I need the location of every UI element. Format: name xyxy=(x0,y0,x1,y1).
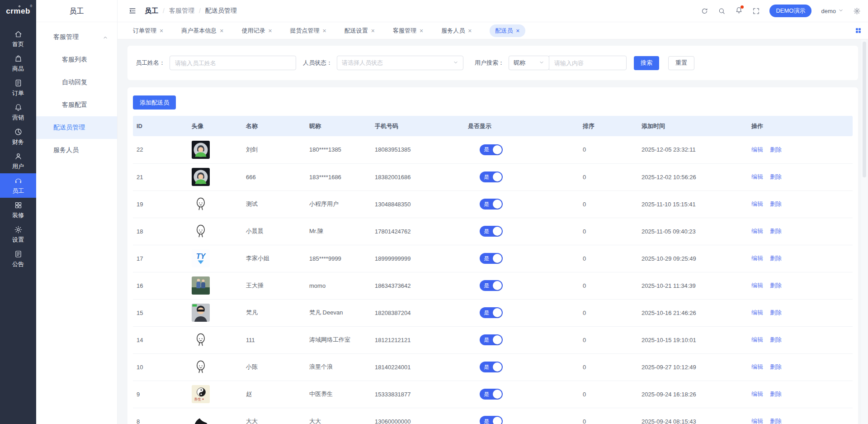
delete-button[interactable]: 删除 xyxy=(770,363,782,370)
edit-button[interactable]: 编辑 xyxy=(751,336,763,343)
breadcrumb-item[interactable]: 员工 xyxy=(145,7,158,15)
search-icon[interactable] xyxy=(718,7,726,15)
user-menu[interactable]: demo xyxy=(821,8,844,14)
submenu-item-service-staff[interactable]: 服务人员 xyxy=(36,139,117,162)
show-toggle[interactable]: 是 xyxy=(480,253,503,264)
avatar xyxy=(192,412,210,424)
edit-button[interactable]: 编辑 xyxy=(751,418,763,424)
fullscreen-icon[interactable] xyxy=(752,7,760,15)
submenu-item-label: 客服列表 xyxy=(62,56,87,64)
close-icon[interactable]: × xyxy=(220,28,223,34)
edit-button[interactable]: 编辑 xyxy=(751,255,763,262)
tab-delivery-staff[interactable]: 配送员× xyxy=(490,24,525,37)
delete-button[interactable]: 删除 xyxy=(770,282,782,289)
sidebar-item-goods[interactable]: 商品 xyxy=(0,51,36,76)
edit-button[interactable]: 编辑 xyxy=(751,146,763,153)
close-icon[interactable]: × xyxy=(268,28,272,34)
edit-button[interactable]: 编辑 xyxy=(751,228,763,234)
show-toggle[interactable]: 是 xyxy=(480,334,503,345)
submenu-item-delivery-staff-manage[interactable]: 配送员管理 xyxy=(36,116,117,139)
close-icon[interactable]: × xyxy=(371,28,375,34)
show-toggle[interactable]: 是 xyxy=(480,416,503,424)
edit-button[interactable]: 编辑 xyxy=(751,282,763,289)
sidebar-item-user[interactable]: 用户 xyxy=(0,149,36,173)
keyword-input[interactable] xyxy=(549,56,627,70)
close-icon[interactable]: × xyxy=(468,28,472,34)
username: demo xyxy=(821,8,836,14)
show-toggle[interactable]: 是 xyxy=(480,280,503,291)
close-icon[interactable]: × xyxy=(160,28,163,34)
sidebar-item-marketing[interactable]: 营销 xyxy=(0,100,36,124)
edit-button[interactable]: 编辑 xyxy=(751,363,763,370)
cell-sort: 0 xyxy=(579,326,638,353)
close-icon[interactable]: × xyxy=(516,28,519,34)
reset-button[interactable]: 重置 xyxy=(668,56,694,70)
show-toggle[interactable]: 是 xyxy=(480,172,503,182)
cell-nickname: 涛域网络工作室 xyxy=(306,326,371,353)
cell-name: 刘剑 xyxy=(242,136,306,163)
close-icon[interactable]: × xyxy=(420,28,423,34)
show-toggle[interactable]: 是 xyxy=(480,362,503,372)
sidebar-item-settings[interactable]: 设置 xyxy=(0,222,36,247)
demo-badge-button[interactable]: DEMO演示 xyxy=(769,5,811,17)
edit-button[interactable]: 编辑 xyxy=(751,200,763,207)
tab-order-manage[interactable]: 订单管理× xyxy=(133,27,163,35)
delete-button[interactable]: 删除 xyxy=(770,255,782,262)
delete-button[interactable]: 删除 xyxy=(770,173,782,180)
page-scrollbar[interactable] xyxy=(861,40,868,424)
submenu-item-service-list[interactable]: 客服列表 xyxy=(36,48,117,71)
delete-button[interactable]: 删除 xyxy=(770,336,782,343)
edit-button[interactable]: 编辑 xyxy=(751,391,763,397)
show-toggle[interactable]: 是 xyxy=(480,307,503,318)
submenu-item-service-manage[interactable]: 客服管理 xyxy=(36,26,117,48)
show-toggle[interactable]: 是 xyxy=(480,144,503,155)
sidebar-item-staff[interactable]: 员工 xyxy=(0,173,36,198)
delete-button[interactable]: 删除 xyxy=(770,391,782,397)
tab-merchant-info[interactable]: 商户基本信息× xyxy=(181,27,223,35)
edit-button[interactable]: 编辑 xyxy=(751,173,763,180)
sidebar-item-decorate[interactable]: 装修 xyxy=(0,198,36,222)
tab-service-manage[interactable]: 客服管理× xyxy=(393,27,423,35)
show-toggle[interactable]: 是 xyxy=(480,199,503,210)
delete-button[interactable]: 删除 xyxy=(770,200,782,207)
tab-service-staff[interactable]: 服务人员× xyxy=(441,27,472,35)
column-header: 是否显示 xyxy=(464,116,579,136)
edit-button[interactable]: 编辑 xyxy=(751,309,763,316)
sidebar-item-order[interactable]: 订单 xyxy=(0,76,36,100)
show-toggle[interactable]: 是 xyxy=(480,226,503,237)
grid-icon[interactable] xyxy=(855,27,862,36)
cell-phone: 13048848350 xyxy=(371,191,464,218)
submenu-item-service-config[interactable]: 客服配置 xyxy=(36,94,117,116)
tab-usage-record[interactable]: 使用记录× xyxy=(241,27,272,35)
close-icon[interactable]: × xyxy=(323,28,326,34)
search-type-select[interactable]: 昵称 xyxy=(509,56,549,70)
cell-added-time: 2025-11-05 09:40:23 xyxy=(638,218,748,245)
delete-button[interactable]: 删除 xyxy=(770,146,782,153)
sidebar-item-finance[interactable]: 财务 xyxy=(0,124,36,149)
scrollbar-thumb[interactable] xyxy=(863,42,866,177)
tab-pickup-point-manage[interactable]: 提货点管理× xyxy=(290,27,326,35)
submenu-item-auto-reply[interactable]: 自动回复 xyxy=(36,71,117,94)
cell-id: 21 xyxy=(133,163,188,191)
cell-added-time: 2025-09-24 08:15:43 xyxy=(638,408,748,424)
tab-label: 配送设置 xyxy=(344,27,368,35)
delete-button[interactable]: 删除 xyxy=(770,309,782,316)
staff-name-input[interactable] xyxy=(170,56,296,70)
delete-button[interactable]: 删除 xyxy=(770,228,782,234)
avatar xyxy=(192,168,210,186)
refresh-icon[interactable] xyxy=(701,7,708,15)
collapse-menu-icon[interactable] xyxy=(128,7,137,15)
breadcrumb-item[interactable]: 客服管理 xyxy=(169,7,194,15)
add-delivery-staff-button[interactable]: 添加配送员 xyxy=(133,95,176,110)
app-logo[interactable]: crmeb ® xyxy=(0,0,36,22)
show-toggle[interactable]: 是 xyxy=(480,389,503,400)
sidebar-item-notice[interactable]: 公告 xyxy=(0,247,36,271)
bell-icon[interactable] xyxy=(735,6,743,16)
gear-icon[interactable] xyxy=(853,7,861,15)
search-button[interactable]: 搜索 xyxy=(634,56,659,70)
delete-button[interactable]: 删除 xyxy=(770,418,782,424)
status-select[interactable]: 请选择人员状态 xyxy=(337,56,463,70)
sidebar-item-home[interactable]: 首页 xyxy=(0,27,36,51)
tab-delivery-config[interactable]: 配送设置× xyxy=(344,27,375,35)
headset-icon xyxy=(14,176,23,186)
